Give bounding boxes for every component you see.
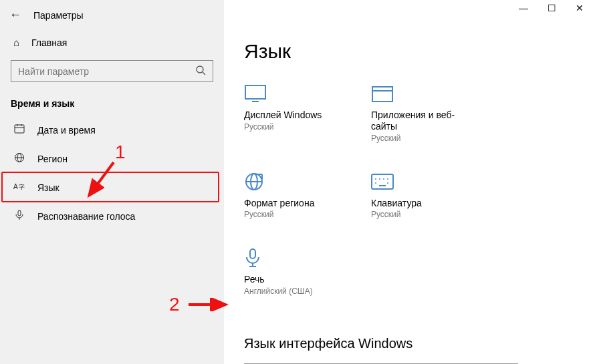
tile-label: Формат региона — [244, 198, 331, 209]
language-icon: A字 — [13, 181, 25, 194]
apps-icon — [371, 81, 458, 106]
sidebar-item-speech-recognition[interactable]: Распознавание голоса — [0, 202, 224, 230]
svg-point-0 — [197, 66, 203, 73]
calendar-icon — [13, 124, 25, 136]
tile-sub: Русский — [244, 210, 331, 219]
sidebar-item-label: Язык — [37, 182, 60, 193]
sidebar: ← Параметры ⌂ Главная Время и язык Дата … — [0, 0, 224, 364]
search-input[interactable] — [18, 66, 195, 77]
search-box[interactable] — [11, 60, 213, 82]
tile-keyboard[interactable]: Клавиатура Русский — [371, 170, 458, 220]
tile-sub: Русский — [371, 134, 458, 143]
sidebar-item-label: Распознавание голоса — [37, 211, 135, 222]
svg-point-26 — [387, 178, 388, 180]
close-button[interactable]: ✕ — [574, 3, 586, 13]
maximize-button[interactable]: ☐ — [546, 3, 558, 13]
svg-rect-15 — [372, 87, 392, 102]
tile-sub: Английский (США) — [244, 287, 331, 296]
window-title: Параметры — [33, 10, 84, 21]
window-controls: — ☐ ✕ — [517, 3, 586, 13]
search-icon — [195, 65, 206, 77]
svg-point-24 — [379, 178, 380, 180]
tile-apps[interactable]: Приложения и веб-сайты Русский — [371, 81, 458, 143]
svg-rect-13 — [245, 85, 265, 99]
sidebar-item-date-time[interactable]: Дата и время — [0, 116, 224, 144]
tile-label: Дисплей Windows — [244, 110, 331, 121]
back-button[interactable]: ← — [9, 8, 21, 22]
svg-point-23 — [375, 178, 376, 180]
speech-icon — [244, 246, 331, 270]
minimize-button[interactable]: — — [517, 3, 529, 13]
svg-point-28 — [387, 182, 388, 184]
svg-rect-22 — [372, 174, 393, 189]
page-title: Язык — [244, 40, 571, 63]
tiles-grid: Дисплей Windows Русский Приложения и веб… — [244, 81, 571, 296]
tile-speech[interactable]: Речь Английский (США) — [244, 246, 331, 296]
tile-label: Приложения и веб-сайты — [371, 110, 458, 132]
sidebar-item-label: Регион — [37, 154, 68, 164]
region-format-icon — [244, 170, 331, 194]
svg-rect-11 — [18, 210, 21, 216]
svg-text:字: 字 — [19, 184, 25, 190]
svg-point-27 — [375, 182, 376, 184]
sidebar-item-label: Дата и время — [37, 125, 96, 136]
content-area: — ☐ ✕ Язык Дисплей Windows Русский Прило… — [224, 0, 591, 364]
svg-rect-2 — [15, 125, 24, 133]
tile-label: Клавиатура — [371, 198, 458, 209]
svg-point-25 — [383, 178, 384, 180]
sidebar-item-language[interactable]: A字 Язык — [0, 173, 224, 202]
home-icon: ⌂ — [13, 37, 19, 48]
mic-icon — [13, 210, 25, 222]
display-icon — [244, 81, 331, 106]
tile-display[interactable]: Дисплей Windows Русский — [244, 81, 331, 143]
tile-sub: Русский — [371, 210, 458, 219]
keyboard-icon — [371, 170, 458, 194]
sidebar-home[interactable]: ⌂ Главная — [0, 30, 224, 55]
tile-region-format[interactable]: Формат региона Русский — [244, 170, 331, 220]
globe-icon — [13, 152, 25, 165]
tile-label: Речь — [244, 274, 331, 285]
section-header: Время и язык — [0, 94, 224, 116]
svg-text:A: A — [13, 183, 18, 190]
home-label: Главная — [31, 37, 67, 48]
tile-sub: Русский — [244, 122, 331, 132]
svg-rect-30 — [250, 249, 255, 258]
sidebar-item-region[interactable]: Регион — [0, 144, 224, 173]
svg-line-1 — [203, 72, 205, 75]
annotation-highlight — [1, 172, 219, 202]
section-heading: Язык интерфейса Windows — [244, 336, 571, 351]
